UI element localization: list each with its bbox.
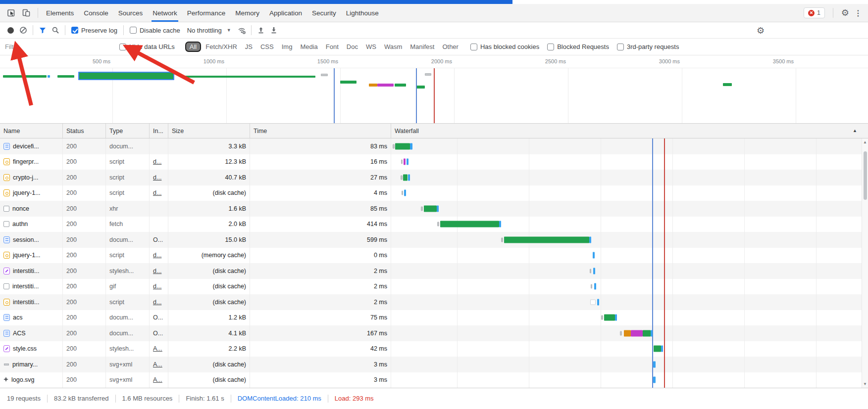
import-har-icon[interactable]	[255, 24, 267, 36]
filter-type-font[interactable]: Font	[322, 42, 342, 51]
initiator-link[interactable]: d...	[153, 283, 161, 290]
request-initiator-cell[interactable]: d...	[150, 263, 168, 279]
waterfall-cell[interactable]	[391, 232, 868, 248]
more-options-icon[interactable]: ⋮	[854, 8, 862, 18]
waterfall-cell[interactable]	[391, 248, 868, 264]
network-conditions-icon[interactable]	[235, 24, 248, 36]
column-header-status[interactable]: Status	[63, 124, 106, 138]
waterfall-cell[interactable]	[391, 372, 868, 388]
request-initiator-cell[interactable]: d...	[150, 294, 168, 310]
tab-elements[interactable]: Elements	[41, 4, 79, 22]
column-header-name[interactable]: Name	[0, 124, 63, 138]
scrollbar-thumb[interactable]	[864, 151, 867, 200]
blocked-requests-checkbox[interactable]: Blocked Requests	[544, 43, 612, 50]
request-row[interactable]: style.css200stylesh...A...2.2 kB42 ms	[0, 341, 868, 357]
filter-input[interactable]: Filter	[5, 43, 116, 50]
request-initiator-cell[interactable]: A...	[150, 372, 168, 388]
request-name-cell[interactable]: ACS	[0, 325, 63, 341]
initiator-link[interactable]: d...	[153, 158, 161, 165]
request-name-cell[interactable]: session...	[0, 232, 63, 248]
request-row[interactable]: interstiti...200scriptd...(disk cache)2 …	[0, 294, 868, 310]
request-row[interactable]: acs200docum...O...1.2 kB75 ms	[0, 310, 868, 326]
column-header-in[interactable]: In...	[150, 124, 168, 138]
filter-type-all[interactable]: All	[185, 42, 201, 52]
tab-security[interactable]: Security	[307, 4, 341, 22]
settings-gear-icon[interactable]: ⚙	[841, 7, 849, 18]
filter-type-img[interactable]: Img	[278, 42, 296, 51]
request-name-cell[interactable]: crypto-j...	[0, 170, 63, 185]
tab-memory[interactable]: Memory	[230, 4, 264, 22]
tab-network[interactable]: Network	[148, 4, 182, 22]
waterfall-cell[interactable]	[391, 325, 868, 341]
request-name-cell[interactable]: style.css	[0, 341, 63, 357]
scroll-down-icon[interactable]: ▼	[862, 382, 868, 386]
request-row[interactable]: devicefi...200docum...3.3 kB83 ms	[0, 138, 868, 154]
request-name-cell[interactable]: primary...	[0, 357, 63, 372]
request-row[interactable]: nonce200xhr1.6 kB85 ms	[0, 201, 868, 217]
request-row[interactable]: authn200fetch2.0 kB414 ms	[0, 217, 868, 232]
waterfall-cell[interactable]	[391, 310, 868, 326]
tab-performance[interactable]: Performance	[182, 4, 230, 22]
request-name-cell[interactable]: jquery-1...	[0, 185, 63, 201]
inspect-element-icon[interactable]	[5, 6, 18, 19]
tab-console[interactable]: Console	[79, 4, 113, 22]
column-header-time[interactable]: Time	[250, 124, 391, 138]
scroll-up-icon[interactable]: ▲	[862, 140, 868, 144]
request-initiator-cell[interactable]: d...	[150, 170, 168, 185]
network-settings-gear-icon[interactable]: ⚙	[757, 25, 765, 36]
search-icon[interactable]	[49, 24, 62, 36]
clear-network-log-button[interactable]	[17, 24, 30, 36]
waterfall-cell[interactable]	[391, 138, 868, 154]
initiator-link[interactable]: A...	[153, 345, 162, 352]
waterfall-cell[interactable]	[391, 217, 868, 232]
request-initiator-cell[interactable]: A...	[150, 357, 168, 372]
tab-sources[interactable]: Sources	[113, 4, 148, 22]
filter-type-doc[interactable]: Doc	[343, 42, 361, 51]
network-overview-timeline[interactable]: 500 ms1000 ms1500 ms2000 ms2500 ms3000 m…	[0, 55, 868, 124]
waterfall-cell[interactable]	[391, 154, 868, 170]
has-blocked-cookies-checkbox[interactable]: Has blocked cookies	[467, 43, 542, 50]
filter-type-wasm[interactable]: Wasm	[381, 42, 406, 51]
device-toolbar-icon[interactable]	[20, 6, 33, 19]
hide-data-urls-checkbox[interactable]: Hide data URLs	[116, 43, 178, 50]
filter-type-other[interactable]: Other	[439, 42, 462, 51]
waterfall-cell[interactable]	[391, 357, 868, 372]
request-row[interactable]: session...200docum...O...15.0 kB599 ms	[0, 232, 868, 248]
waterfall-cell[interactable]	[391, 185, 868, 201]
initiator-link[interactable]: d...	[153, 174, 161, 181]
waterfall-cell[interactable]	[391, 294, 868, 310]
request-initiator-cell[interactable]: d...	[150, 154, 168, 170]
waterfall-cell[interactable]	[391, 279, 868, 295]
preserve-log-checkbox[interactable]: Preserve log	[68, 27, 120, 34]
filter-type-manifest[interactable]: Manifest	[407, 42, 438, 51]
initiator-link[interactable]: d...	[153, 268, 161, 274]
request-row[interactable]: interstiti...200gifd...(disk cache)2 ms	[0, 279, 868, 295]
request-row[interactable]: primary...200svg+xmlA...(disk cache)3 ms	[0, 357, 868, 372]
vertical-scrollbar[interactable]: ▲▼	[862, 138, 868, 388]
tab-application[interactable]: Application	[264, 4, 307, 22]
filter-type-media[interactable]: Media	[297, 42, 321, 51]
column-header-type[interactable]: Type	[106, 124, 150, 138]
initiator-link[interactable]: d...	[153, 252, 161, 259]
request-row[interactable]: fingerpr...200scriptd...12.3 kB16 ms	[0, 154, 868, 170]
throttling-dropdown[interactable]: No throttling ▼	[183, 27, 235, 34]
request-name-cell[interactable]: fingerpr...	[0, 154, 63, 170]
request-name-cell[interactable]: interstiti...	[0, 294, 63, 310]
filter-type-css[interactable]: CSS	[257, 42, 277, 51]
request-initiator-cell[interactable]: d...	[150, 248, 168, 264]
tab-lighthouse[interactable]: Lighthouse	[341, 4, 384, 22]
request-row[interactable]: jquery-1...200scriptd...(disk cache)4 ms	[0, 185, 868, 201]
error-badge[interactable]: ✕ 1	[804, 7, 825, 18]
request-row[interactable]: interstiti...200stylesh...d...(disk cach…	[0, 263, 868, 279]
export-har-icon[interactable]	[267, 24, 280, 36]
column-header-waterfall[interactable]: Waterfall▲	[391, 124, 868, 138]
waterfall-cell[interactable]	[391, 263, 868, 279]
request-row[interactable]: ACS200docum...O...4.1 kB167 ms	[0, 325, 868, 341]
request-initiator-cell[interactable]: d...	[150, 279, 168, 295]
request-name-cell[interactable]: jquery-1...	[0, 248, 63, 264]
filter-type-fetch-xhr[interactable]: Fetch/XHR	[202, 42, 241, 51]
3rd-party-requests-checkbox[interactable]: 3rd-party requests	[614, 43, 682, 50]
record-network-log-button[interactable]	[4, 24, 17, 36]
request-name-cell[interactable]: devicefi...	[0, 138, 63, 154]
request-row[interactable]: crypto-j...200scriptd...40.7 kB27 ms	[0, 170, 868, 185]
